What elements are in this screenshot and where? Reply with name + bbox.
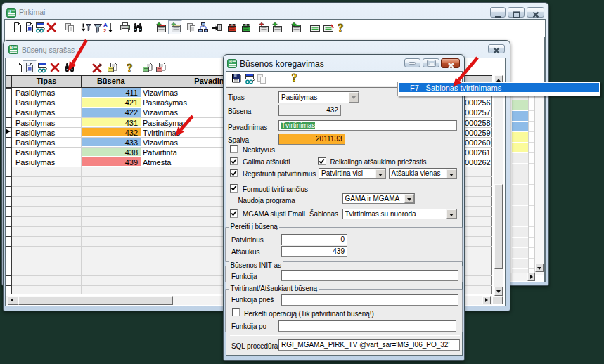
svg-text:?: ? [292,72,297,83]
